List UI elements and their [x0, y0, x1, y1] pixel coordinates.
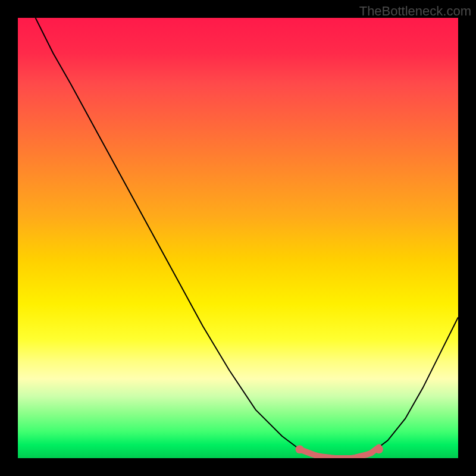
highlight-dot-end [375, 445, 383, 453]
plot-area [18, 18, 458, 458]
optimal-range-highlight [300, 447, 379, 459]
highlight-dot-start [296, 445, 304, 453]
bottleneck-curve [36, 18, 458, 458]
watermark-text: TheBottleneck.com [359, 4, 471, 19]
chart-svg [18, 18, 458, 458]
